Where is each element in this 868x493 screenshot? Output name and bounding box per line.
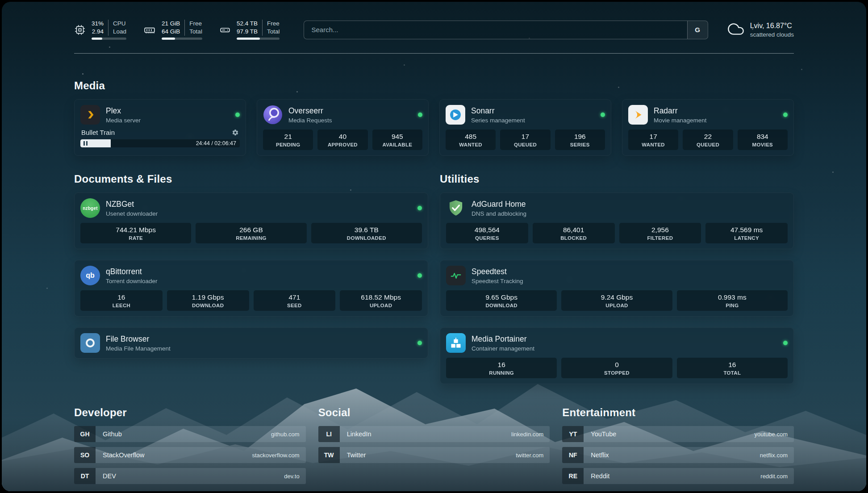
bookmark-abbr: YT bbox=[562, 426, 584, 442]
dashboard: 31% CPU 2.94 Load 21 bbox=[2, 2, 866, 491]
disk-total-value: 97.9 TB bbox=[237, 28, 258, 36]
bookmark-youtube[interactable]: YT YouTube youtube.com bbox=[562, 426, 794, 442]
stat-download: 9.65 Gbps DOWNLOAD bbox=[446, 290, 557, 311]
stat-queued: 17 QUEUED bbox=[500, 130, 550, 150]
bookmark-name: LinkedIn bbox=[347, 430, 371, 438]
service-card-portainer: Media Portainer Container management 16 … bbox=[440, 327, 794, 384]
group-title-social: Social bbox=[318, 406, 550, 419]
group-title-media: Media bbox=[74, 79, 794, 92]
cpu-load-label: Load bbox=[108, 28, 126, 36]
service-link-adguard[interactable]: AdGuard Home DNS and adblocking bbox=[446, 198, 788, 218]
service-name: Plex bbox=[106, 106, 141, 116]
cpu-widget: 31% CPU 2.94 Load bbox=[74, 20, 126, 40]
service-link-filebrowser[interactable]: File Browser Media File Management bbox=[80, 333, 422, 353]
group-documents-files: Documents & Files nzbget NZBGet Usenet d… bbox=[74, 173, 428, 359]
weather-location: Lviv, 16.87°C bbox=[750, 22, 794, 30]
bookmark-group-developer: Developer GH Github github.com SO StackO… bbox=[74, 406, 306, 489]
cpu-load-value: 2.94 bbox=[92, 28, 104, 36]
bookmark-domain: youtube.com bbox=[755, 431, 788, 438]
nzbget-icon: nzbget bbox=[80, 198, 100, 218]
cpu-progress-bar bbox=[92, 38, 126, 40]
disk-free-value: 52.4 TB bbox=[237, 20, 258, 28]
service-description: Container management bbox=[472, 345, 534, 352]
bookmark-netflix[interactable]: NF Netflix netflix.com bbox=[562, 447, 794, 463]
service-link-plex[interactable]: Plex Media server bbox=[80, 105, 240, 125]
service-description: Media File Management bbox=[106, 345, 171, 352]
status-dot bbox=[235, 113, 240, 117]
search-bar: G bbox=[304, 21, 708, 39]
service-name: Sonarr bbox=[471, 106, 525, 116]
qbittorrent-icon: qb bbox=[80, 266, 100, 285]
bookmark-github[interactable]: GH Github github.com bbox=[74, 426, 306, 442]
stat-latency: 47.569 ms LATENCY bbox=[705, 223, 788, 243]
speedtest-icon bbox=[446, 266, 466, 285]
group-utilities: Utilities bbox=[440, 173, 794, 384]
stat-leech: 16 LEECH bbox=[80, 290, 163, 311]
memory-progress-bar bbox=[162, 38, 202, 40]
memory-widget: 21 GiB Free 64 GiB Total bbox=[143, 20, 202, 40]
sonarr-icon bbox=[446, 105, 465, 125]
weather-widget[interactable]: Lviv, 16.87°C scattered clouds bbox=[727, 20, 794, 40]
bookmark-reddit[interactable]: RE Reddit reddit.com bbox=[562, 468, 794, 484]
stat-filtered: 2,956 FILTERED bbox=[619, 223, 701, 243]
disk-widget: 52.4 TB Free 97.9 TB Total bbox=[219, 20, 280, 40]
status-dot bbox=[783, 341, 788, 345]
service-card-nzbget: nzbget NZBGet Usenet downloader 744.21 M… bbox=[74, 192, 428, 249]
stat-rate: 744.21 Mbps RATE bbox=[80, 223, 191, 243]
bookmark-group-entertainment: Entertainment YT YouTube youtube.com NF … bbox=[562, 406, 794, 489]
bookmark-domain: twitter.com bbox=[516, 452, 543, 459]
bookmark-name: YouTube bbox=[591, 430, 616, 438]
disk-total-label: Total bbox=[262, 28, 280, 36]
service-name: Speedtest bbox=[472, 267, 523, 276]
bookmark-stackoverflow[interactable]: SO StackOverflow stackoverflow.com bbox=[74, 447, 306, 463]
stat-total: 16 TOTAL bbox=[677, 358, 788, 378]
bookmark-abbr: RE bbox=[562, 468, 584, 484]
service-description: Speedtest Tracking bbox=[472, 278, 523, 284]
status-dot bbox=[417, 341, 422, 345]
settings-gear-icon[interactable] bbox=[232, 129, 239, 136]
service-link-sonarr[interactable]: Sonarr Series management bbox=[446, 105, 605, 125]
bookmark-name: Twitter bbox=[347, 451, 366, 459]
service-link-radarr[interactable]: Radarr Movie management bbox=[628, 105, 788, 125]
service-card-plex: Plex Media server Bullet Train bbox=[74, 99, 246, 156]
bookmark-abbr: GH bbox=[74, 426, 96, 442]
stat-approved: 40 APPROVED bbox=[317, 130, 367, 150]
stat-pending: 21 PENDING bbox=[263, 130, 313, 150]
plex-icon bbox=[80, 105, 100, 125]
header-divider bbox=[74, 53, 794, 54]
stat-movies: 834 MOVIES bbox=[738, 130, 788, 150]
service-link-nzbget[interactable]: nzbget NZBGet Usenet downloader bbox=[80, 198, 422, 218]
bookmark-name: Github bbox=[103, 430, 122, 438]
bookmark-domain: netflix.com bbox=[760, 452, 788, 459]
service-description: Torrent downloader bbox=[106, 278, 158, 284]
search-input[interactable] bbox=[304, 21, 687, 39]
status-dot bbox=[417, 206, 422, 210]
stat-queries: 498,564 QUERIES bbox=[446, 223, 528, 243]
service-link-overseerr[interactable]: Overseerr Media Requests bbox=[263, 105, 422, 125]
service-link-speedtest[interactable]: Speedtest Speedtest Tracking bbox=[446, 266, 788, 285]
service-card-sonarr: Sonarr Series management 485 WANTED 17 Q… bbox=[439, 99, 611, 156]
disk-icon bbox=[219, 24, 231, 36]
bookmark-domain: reddit.com bbox=[760, 473, 788, 480]
search-provider-button[interactable]: G bbox=[687, 21, 708, 39]
service-name: Overseerr bbox=[288, 106, 332, 116]
stat-ping: 0.993 ms PING bbox=[677, 290, 788, 311]
group-title-entertainment: Entertainment bbox=[562, 406, 794, 419]
service-link-portainer[interactable]: Media Portainer Container management bbox=[446, 333, 788, 353]
service-link-qbittorrent[interactable]: qb qBittorrent Torrent downloader bbox=[80, 266, 422, 285]
disk-progress-bar bbox=[237, 38, 280, 40]
memory-total-label: Total bbox=[184, 28, 202, 36]
service-description: Series management bbox=[471, 117, 525, 124]
portainer-icon bbox=[446, 333, 466, 353]
status-dot bbox=[783, 113, 788, 117]
bookmark-dev[interactable]: DT DEV dev.to bbox=[74, 468, 306, 484]
status-dot bbox=[418, 113, 422, 117]
service-name: AdGuard Home bbox=[472, 200, 526, 209]
bookmark-name: Reddit bbox=[591, 472, 609, 480]
service-name: Radarr bbox=[654, 106, 707, 116]
bookmark-linkedin[interactable]: LI LinkedIn linkedin.com bbox=[318, 426, 550, 442]
stat-running: 16 RUNNING bbox=[446, 358, 557, 378]
service-card-radarr: Radarr Movie management 17 WANTED 22 QUE… bbox=[622, 99, 794, 156]
bookmark-twitter[interactable]: TW Twitter twitter.com bbox=[318, 447, 550, 463]
now-playing-title: Bullet Train bbox=[81, 129, 115, 136]
